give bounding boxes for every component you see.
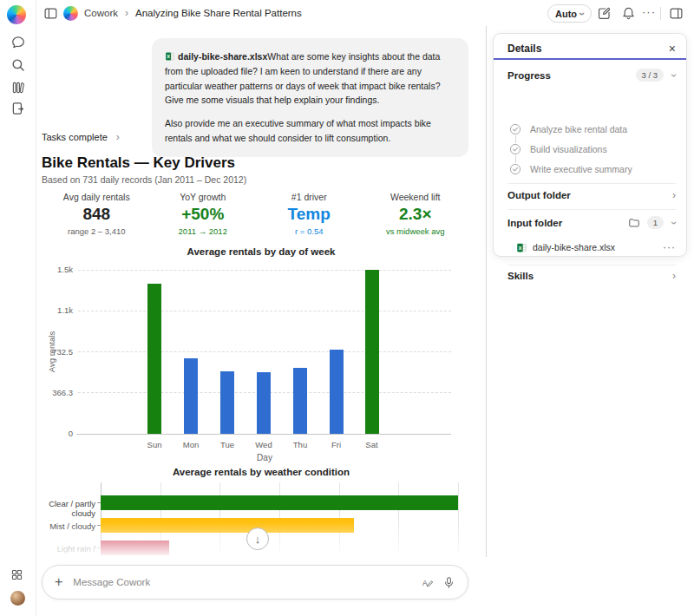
input-file-row[interactable]: X daily-bike-share.xlsx ··· — [516, 241, 676, 253]
gridline — [78, 311, 451, 311]
progress-section-header[interactable]: Progress 3 / 3 › — [507, 69, 676, 82]
progress-item-label: Analyze bike rental data — [530, 124, 627, 134]
progress-bar — [494, 58, 686, 60]
add-attachment-icon[interactable]: + — [55, 575, 62, 589]
skills-label: Skills — [507, 271, 672, 281]
progress-item-label: Write executive summary — [530, 164, 632, 174]
folder-icon[interactable] — [628, 217, 640, 229]
file-more-options-icon[interactable]: ··· — [663, 241, 676, 253]
excel-file-icon: X — [516, 242, 527, 253]
metrics-row: Avg daily rentals848range 2 – 3,410YoY g… — [43, 192, 468, 236]
chevron-down-icon[interactable]: › — [669, 74, 679, 77]
details-panel: Details × Progress 3 / 3 › Analyze bike … — [493, 33, 687, 257]
metric-label: Weekend lift — [363, 192, 469, 202]
y-tick-label: 366.3 — [38, 388, 73, 397]
input-folder-row[interactable]: Input folder 1 › — [507, 216, 676, 229]
bar-fri — [330, 350, 344, 434]
bar-tue — [220, 371, 234, 434]
chart1-title: Average rentals by day of week — [36, 246, 486, 257]
breadcrumb-page-title: Analyzing Bike Share Rental Patterns — [135, 8, 302, 18]
y-tick-label: 1.5k — [38, 265, 73, 274]
search-icon[interactable] — [10, 57, 26, 73]
message-input-bar: + A — [42, 565, 468, 600]
user-message-bubble: Xdaily-bike-share.xlsxWhat are some key … — [152, 38, 468, 157]
x-tick-label: Mon — [174, 440, 208, 449]
metric-card: Weekend lift2.3×vs midweek avg — [363, 192, 469, 236]
bar-wed — [257, 372, 271, 434]
y-tick-label: 1.1k — [38, 305, 73, 315]
pages-icon[interactable] — [10, 101, 26, 116]
divider — [507, 209, 676, 210]
left-rail — [0, 0, 36, 616]
apps-grid-icon[interactable] — [10, 568, 23, 581]
output-folder-label: Output folder — [507, 190, 672, 200]
input-folder-count-badge: 1 — [647, 216, 664, 229]
metric-subtext: range 2 – 3,410 — [43, 226, 150, 236]
excel-file-icon: X — [165, 51, 175, 62]
bar-weather-0 — [101, 495, 458, 510]
copilot-breadcrumb-logo — [63, 6, 78, 21]
chevron-down-icon: › — [577, 12, 587, 16]
x-tick-label: Fri — [319, 440, 354, 449]
chart2-title: Average rentals by weather condition — [36, 467, 486, 477]
day-of-week-chart: Average rentals by day of week Avg renta… — [36, 245, 486, 463]
gridline — [78, 351, 451, 352]
attachment-name[interactable]: daily-bike-share.xlsx — [178, 51, 267, 62]
microphone-icon[interactable] — [442, 576, 455, 589]
mode-selector-button[interactable]: Auto › — [547, 4, 592, 23]
bar-sat — [365, 270, 379, 434]
y-tick-label: 732.5 — [38, 347, 73, 357]
divider — [507, 265, 676, 265]
new-chat-icon[interactable] — [597, 6, 612, 21]
metric-subtext: r = 0.54 — [256, 226, 363, 236]
bar-thu — [293, 368, 307, 434]
panel-toggle-icon[interactable] — [669, 6, 684, 21]
x-tick-label: Sat — [355, 440, 390, 449]
rewrite-pen-icon[interactable]: A — [421, 576, 434, 589]
output-folder-row[interactable]: Output folder › — [507, 190, 676, 200]
x-tick-label: Sun — [137, 440, 172, 449]
metric-label: #1 driver — [256, 192, 363, 202]
metric-card: YoY growth+50%2011 → 2012 — [150, 192, 257, 236]
close-icon[interactable]: × — [669, 42, 676, 56]
metric-label: YoY growth — [150, 192, 257, 202]
x-tick-label: Wed — [246, 440, 281, 449]
breadcrumb-root[interactable]: Cowork — [84, 8, 118, 18]
metric-card: #1 driverTempr = 0.54 — [256, 192, 363, 236]
metric-value: +50% — [150, 205, 257, 224]
copilot-logo[interactable] — [7, 5, 26, 24]
svg-text:X: X — [167, 54, 170, 59]
check-circle-icon — [509, 143, 521, 155]
chevron-right-icon[interactable]: › — [672, 271, 676, 281]
library-icon[interactable] — [10, 80, 26, 95]
scroll-to-bottom-button[interactable]: ↓ — [246, 528, 269, 550]
notifications-bell-icon[interactable] — [621, 6, 636, 21]
progress-checklist: Analyze bike rental dataBuild visualizat… — [509, 119, 632, 179]
user-message-text-2: Also provide me an executive summary of … — [165, 116, 455, 146]
report-title: Bike Rentals — Key Drivers — [42, 154, 235, 172]
down-arrow-icon: ↓ — [255, 533, 261, 546]
gridline — [78, 270, 451, 271]
user-avatar[interactable] — [10, 591, 25, 606]
sidebar-toggle-icon[interactable] — [43, 6, 58, 21]
chat-icon[interactable] — [10, 35, 26, 50]
mode-label: Auto — [555, 9, 577, 19]
chevron-down-icon[interactable]: › — [669, 221, 679, 225]
skills-row[interactable]: Skills › — [507, 271, 676, 281]
more-options-icon[interactable]: ··· — [642, 5, 656, 18]
chevron-right-icon[interactable]: › — [672, 190, 676, 200]
progress-label: Progress — [507, 70, 636, 81]
bar-mon — [184, 358, 198, 434]
check-circle-icon — [509, 163, 521, 175]
report-subtitle: Based on 731 daily records (Jan 2011 – D… — [42, 174, 246, 185]
tasks-complete-toggle[interactable]: Tasks complete › — [42, 132, 120, 142]
message-input[interactable] — [71, 576, 412, 588]
progress-count-badge: 3 / 3 — [636, 69, 665, 82]
header-divider — [660, 7, 661, 20]
metric-subtext: vs midweek avg — [363, 226, 469, 236]
progress-item-label: Build visualizations — [530, 144, 607, 154]
tasks-complete-label: Tasks complete — [42, 132, 108, 142]
chart1-plot-area: 0366.3732.51.1k1.5kSunMonTueWedThuFriSat — [78, 270, 451, 434]
app-window: Cowork › Analyzing Bike Share Rental Pat… — [0, 0, 694, 616]
input-file-name: daily-bike-share.xlsx — [533, 242, 658, 252]
